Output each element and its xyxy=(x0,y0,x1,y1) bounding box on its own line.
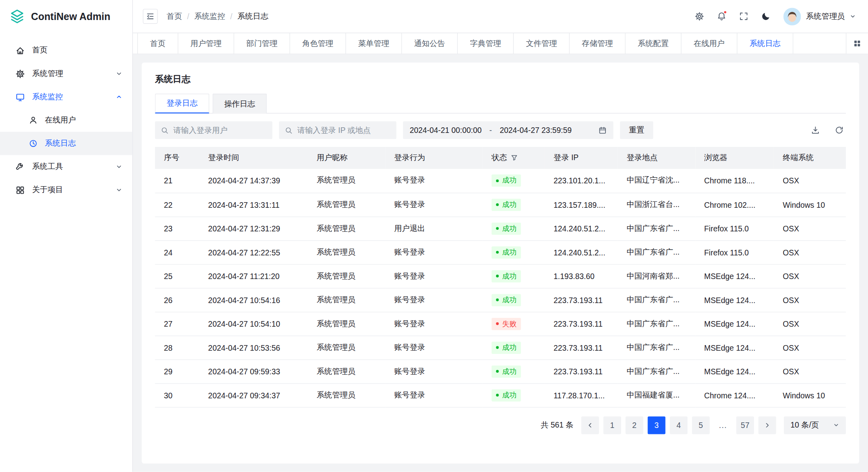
cell-ip: 223.73.193.11 xyxy=(545,335,618,359)
date-start[interactable]: 2024-04-21 00:00:00 xyxy=(410,126,482,135)
pagination-page[interactable]: 1 xyxy=(603,416,621,434)
reset-button[interactable]: 重置 xyxy=(620,121,653,139)
monitor-icon xyxy=(16,92,25,102)
tab-login-log[interactable]: 登录日志 xyxy=(155,94,209,114)
cell-behavior: 账号登录 xyxy=(385,335,483,359)
status-dot xyxy=(496,322,499,325)
status-badge: 成功 xyxy=(491,175,521,187)
search-icon xyxy=(285,126,293,135)
cell-status: 成功 xyxy=(483,217,545,240)
export-button[interactable] xyxy=(811,126,820,135)
sidebar-item-online-users[interactable]: 在线用户 xyxy=(0,108,132,132)
pagination-page[interactable]: 3 xyxy=(647,416,665,434)
tabbar-tab[interactable]: 角色管理 xyxy=(290,33,346,54)
sidebar-item-system-logs[interactable]: 系统日志 xyxy=(0,132,132,155)
filter-funnel-icon[interactable] xyxy=(511,155,518,161)
cell-nickname: 系统管理员 xyxy=(308,383,385,407)
tabbar-tab[interactable]: 字典管理 xyxy=(458,33,514,54)
tab-actions-button[interactable] xyxy=(846,33,868,54)
column-header-status-label: 状态 xyxy=(491,153,507,163)
sidebar-item-label: 在线用户 xyxy=(45,115,122,125)
chevron-down-icon xyxy=(116,187,122,193)
cell-behavior: 账号登录 xyxy=(385,240,483,264)
settings-button[interactable] xyxy=(695,12,704,21)
date-end[interactable]: 2024-04-27 23:59:59 xyxy=(500,126,572,135)
sidebar-item-label: 首页 xyxy=(32,45,122,55)
table-row: 292024-04-27 09:59:33系统管理员账号登录成功223.73.1… xyxy=(155,360,846,383)
filter-bar: 2024-04-21 00:00:00 - 2024-04-27 23:59:5… xyxy=(155,121,846,139)
tabbar-tab[interactable]: 文件管理 xyxy=(514,33,570,54)
cell-ip: 223.73.193.11 xyxy=(545,288,618,311)
menu-collapse-button[interactable] xyxy=(143,9,158,24)
top-header: 首页 / 系统监控 / 系统日志 xyxy=(133,0,868,33)
pagination-page[interactable]: 4 xyxy=(670,416,688,434)
gear-icon xyxy=(695,12,704,21)
refresh-button[interactable] xyxy=(835,126,844,135)
column-header-behavior: 登录行为 xyxy=(385,147,483,169)
login-user-input[interactable] xyxy=(173,126,267,135)
cell-status: 成功 xyxy=(483,264,545,288)
login-ip-search[interactable] xyxy=(279,121,396,139)
dark-mode-button[interactable] xyxy=(761,12,771,21)
cell-location: 中国广东省广... xyxy=(618,335,696,359)
sidebar-item-label: 系统监控 xyxy=(32,92,108,102)
user-menu[interactable]: 系统管理员 xyxy=(783,8,856,25)
status-badge: 失败 xyxy=(491,317,521,329)
page-title: 系统日志 xyxy=(155,74,846,85)
breadcrumb-item[interactable]: 首页 xyxy=(166,11,182,21)
sidebar-item-system-monitor[interactable]: 系统监控 xyxy=(0,85,132,108)
status-badge: 成功 xyxy=(491,389,521,401)
pagination-next-button[interactable] xyxy=(758,416,776,434)
table-row: 232024-04-27 12:31:29系统管理员用户退出成功124.240.… xyxy=(155,217,846,240)
pagination-total: 共 561 条 xyxy=(541,420,573,430)
pagination-page[interactable]: 57 xyxy=(736,416,754,434)
tabbar-tab[interactable]: 用户管理 xyxy=(178,33,234,54)
breadcrumb-separator: / xyxy=(230,12,232,21)
login-ip-input[interactable] xyxy=(297,126,391,135)
cell-time: 2024-04-27 12:31:29 xyxy=(199,217,308,240)
pagination-ellipsis[interactable]: ... xyxy=(714,416,732,434)
tabbar-tab[interactable]: 通知公告 xyxy=(402,33,458,54)
cell-browser: MSEdge 124... xyxy=(695,288,774,311)
tabbar-tab[interactable]: 在线用户 xyxy=(682,33,738,54)
grid-icon xyxy=(16,185,25,195)
cell-nickname: 系统管理员 xyxy=(308,193,385,216)
tabbar-tab[interactable]: 存储管理 xyxy=(569,33,625,54)
cell-nickname: 系统管理员 xyxy=(308,335,385,359)
breadcrumb-item[interactable]: 系统监控 xyxy=(194,11,225,21)
sidebar-item-home[interactable]: 首页 xyxy=(0,39,132,62)
cell-os: OSX xyxy=(774,360,846,383)
tabbar-tab[interactable]: 系统日志 xyxy=(738,33,794,54)
cell-browser: Firefox 115.0 xyxy=(695,217,774,240)
status-badge: 成功 xyxy=(491,341,521,353)
menu-fold-icon xyxy=(146,12,154,20)
app-logo[interactable]: ContiNew Admin xyxy=(0,0,132,33)
sidebar-item-system-management[interactable]: 系统管理 xyxy=(0,62,132,85)
moon-icon xyxy=(761,12,771,21)
system-log-card: 系统日志 登录日志 操作日志 2024-04-21 00:00: xyxy=(142,62,859,464)
tabbar-tab[interactable]: 首页 xyxy=(137,33,178,54)
pagination-page[interactable]: 5 xyxy=(692,416,710,434)
cell-browser: Chrome 118.... xyxy=(695,169,774,193)
date-range-picker[interactable]: 2024-04-21 00:00:00 - 2024-04-27 23:59:5… xyxy=(403,121,613,139)
table-header-row: 序号 登录时间 用户昵称 登录行为 状态 登录 xyxy=(155,147,846,169)
sidebar-item-system-tools[interactable]: 系统工具 xyxy=(0,155,132,178)
pagination-pages: 12345...57 xyxy=(603,416,754,434)
main-column: 首页 / 系统监控 / 系统日志 xyxy=(133,0,868,472)
tabbar-tab[interactable]: 系统配置 xyxy=(625,33,682,54)
page-size-select[interactable]: 10 条/页 xyxy=(784,416,846,434)
sidebar-item-about-project[interactable]: 关于项目 xyxy=(0,178,132,201)
pagination-page[interactable]: 2 xyxy=(625,416,643,434)
login-user-search[interactable] xyxy=(155,121,272,139)
pagination-prev-button[interactable] xyxy=(581,416,599,434)
column-header-location: 登录地点 xyxy=(618,147,696,169)
tab-operation-log[interactable]: 操作日志 xyxy=(212,94,267,114)
status-dot xyxy=(496,394,499,397)
cell-no: 27 xyxy=(155,312,199,335)
notifications-button[interactable] xyxy=(717,12,726,21)
cell-time: 2024-04-27 09:34:37 xyxy=(199,383,308,407)
cell-no: 21 xyxy=(155,169,199,193)
tabbar-tab[interactable]: 菜单管理 xyxy=(346,33,402,54)
tabbar-tab[interactable]: 部门管理 xyxy=(234,33,290,54)
fullscreen-button[interactable] xyxy=(739,12,749,21)
